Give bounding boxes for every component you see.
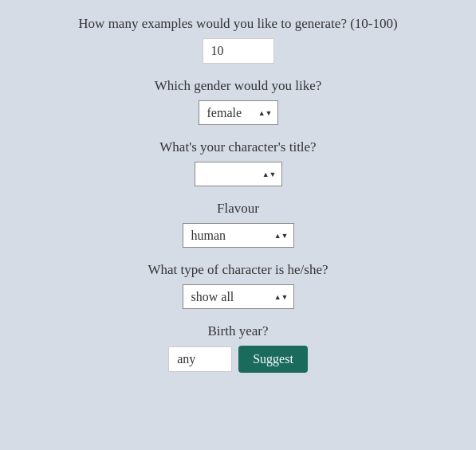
examples-group: How many examples would you like to gene… bbox=[24, 16, 452, 64]
gender-select[interactable]: male female any bbox=[199, 100, 278, 125]
flavour-select[interactable]: human elf dwarf orc halfling bbox=[183, 223, 294, 248]
character-type-label: What type of character is he/she? bbox=[148, 262, 328, 278]
suggest-button[interactable]: Suggest bbox=[238, 346, 308, 373]
title-group: What's your character's title? Mr Mrs Ms… bbox=[24, 139, 452, 186]
title-label: What's your character's title? bbox=[159, 139, 316, 155]
character-type-select-wrapper: show all warrior mage rogue cleric bbox=[183, 284, 294, 309]
examples-input[interactable] bbox=[203, 38, 274, 64]
character-type-group: What type of character is he/she? show a… bbox=[24, 262, 452, 309]
form-container: How many examples would you like to gene… bbox=[24, 16, 452, 387]
birth-year-input[interactable] bbox=[168, 346, 232, 372]
examples-label: How many examples would you like to gene… bbox=[78, 16, 397, 32]
title-select[interactable]: Mr Mrs Ms Dr Prof bbox=[195, 162, 282, 186]
birth-year-label: Birth year? bbox=[208, 323, 269, 339]
birth-year-group: Birth year? Suggest bbox=[24, 323, 452, 373]
flavour-label: Flavour bbox=[217, 201, 259, 217]
character-type-select[interactable]: show all warrior mage rogue cleric bbox=[183, 284, 294, 309]
flavour-group: Flavour human elf dwarf orc halfling bbox=[24, 201, 452, 248]
flavour-select-wrapper: human elf dwarf orc halfling bbox=[183, 223, 294, 248]
birth-year-row: Suggest bbox=[168, 346, 308, 373]
gender-label: Which gender would you like? bbox=[155, 78, 322, 94]
title-select-wrapper: Mr Mrs Ms Dr Prof bbox=[195, 162, 282, 186]
gender-select-wrapper: male female any bbox=[199, 100, 278, 125]
gender-group: Which gender would you like? male female… bbox=[24, 78, 452, 125]
